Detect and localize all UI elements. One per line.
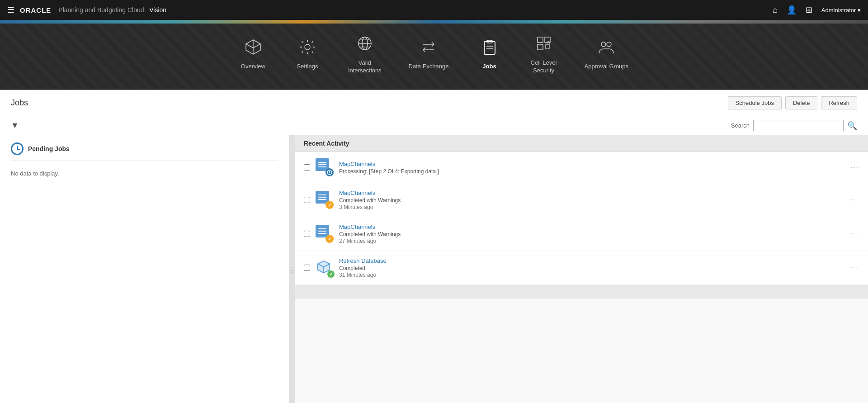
- recent-panel: Recent Activity: [295, 135, 868, 403]
- toolbar: ▼ Search 🔍: [0, 116, 868, 135]
- no-data-message: No data to display.: [11, 166, 278, 180]
- activity-time-4: 31 Minutes ago: [339, 272, 845, 278]
- search-label: Search: [731, 122, 750, 129]
- svg-rect-13: [538, 44, 543, 50]
- cube-icon: [244, 38, 262, 58]
- panel-divider[interactable]: ⋮: [289, 135, 295, 403]
- activity-info-2: MapChannels Completed with Warnings 3 Mi…: [339, 190, 845, 210]
- pending-title: Pending Jobs: [28, 145, 70, 152]
- map-channels-icon-1: [316, 158, 334, 176]
- status-badge-warning: ✓: [326, 201, 334, 209]
- exchange-icon: [420, 38, 438, 58]
- jobs-layout: Pending Jobs No data to display. ⋮ Recen…: [0, 135, 868, 403]
- nav-label-approval-groups: Approval Groups: [585, 63, 629, 71]
- activity-more-3[interactable]: ···: [850, 230, 859, 238]
- filter-icon[interactable]: ▼: [11, 121, 19, 130]
- activity-time-2: 3 Minutes ago: [339, 204, 845, 210]
- activity-name-4[interactable]: Refresh Database: [339, 257, 387, 264]
- top-bar: ☰ ORACLE Planning and Budgeting Cloud: V…: [0, 0, 868, 20]
- activity-list: MapChannels Processing: [Step 2 Of 4: Ex…: [295, 152, 868, 285]
- clipboard-icon: [481, 38, 499, 58]
- activity-more-1[interactable]: ···: [850, 163, 859, 171]
- top-bar-right: ⌂ 👤 ⊞ Administrator ▾: [773, 5, 861, 15]
- activity-info-3: MapChannels Completed with Warnings 27 M…: [339, 223, 845, 244]
- activity-checkbox-3[interactable]: [304, 231, 310, 237]
- map-channels-icon-2: ✓: [316, 191, 334, 209]
- nav-label-settings: Settings: [297, 63, 318, 71]
- clock-icon: [11, 142, 24, 155]
- refresh-database-icon: ✓: [316, 259, 334, 277]
- svg-point-16: [607, 42, 611, 47]
- svg-rect-7: [484, 42, 495, 54]
- schedule-jobs-button[interactable]: Schedule Jobs: [728, 96, 782, 109]
- svg-rect-14: [546, 44, 549, 49]
- activity-item: ✓ MapChannels Completed with Warnings 3 …: [295, 183, 868, 217]
- nav-label-overview: Overview: [241, 63, 265, 71]
- hamburger-menu[interactable]: ☰: [7, 5, 14, 15]
- activity-desc-3: Completed with Warnings: [339, 231, 845, 237]
- activity-checkbox-1[interactable]: [304, 164, 310, 171]
- status-badge-completed: ✓: [327, 270, 335, 278]
- search-area: Search 🔍: [731, 120, 857, 131]
- activity-info-1: MapChannels Processing: [Step 2 Of 4: Ex…: [339, 161, 845, 175]
- nav-label-cell-level-security: Cell-Level Security: [531, 59, 557, 75]
- gear-icon: [298, 38, 316, 58]
- nav-item-jobs[interactable]: Jobs: [462, 29, 517, 80]
- activity-name-2[interactable]: MapChannels: [339, 190, 375, 196]
- nav-strip: Overview Settings Valid Intersections: [0, 20, 868, 90]
- nav-item-cell-level-security[interactable]: Cell-Level Security: [517, 25, 571, 84]
- globe-icon: [356, 34, 374, 55]
- activity-checkbox-2[interactable]: [304, 197, 310, 203]
- search-button[interactable]: 🔍: [847, 121, 857, 131]
- svg-point-1: [305, 44, 310, 50]
- nav-item-settings[interactable]: Settings: [280, 29, 335, 80]
- nav-item-data-exchange[interactable]: Data Exchange: [395, 29, 462, 80]
- activity-checkbox-4[interactable]: [304, 265, 310, 271]
- activity-time-3: 27 Minutes ago: [339, 238, 845, 244]
- activity-info-4: Refresh Database Completed 31 Minutes ag…: [339, 257, 845, 278]
- nav-item-overview[interactable]: Overview: [226, 29, 280, 80]
- app-name: Planning and Budgeting Cloud: Vision: [58, 6, 166, 14]
- activity-more-4[interactable]: ···: [850, 264, 859, 272]
- nav-label-jobs: Jobs: [482, 63, 496, 71]
- map-channels-icon-3: ✓: [316, 225, 334, 243]
- status-badge-warning-2: ✓: [326, 235, 334, 243]
- nav-label-data-exchange: Data Exchange: [409, 63, 449, 71]
- recent-activity-header: Recent Activity: [295, 135, 868, 152]
- page-actions: Schedule Jobs Delete Refresh: [728, 96, 857, 109]
- oracle-logo: ORACLE: [20, 6, 51, 14]
- nav-item-valid-intersections[interactable]: Valid Intersections: [335, 25, 395, 84]
- svg-point-15: [601, 42, 606, 47]
- activity-desc-4: Completed: [339, 265, 845, 271]
- user-icon[interactable]: 👤: [787, 5, 797, 15]
- grid-lock-icon: [535, 34, 553, 55]
- nav-label-valid-intersections: Valid Intersections: [348, 59, 382, 75]
- activity-more-2[interactable]: ···: [850, 196, 859, 204]
- refresh-button[interactable]: Refresh: [821, 96, 857, 109]
- activity-item: ✓ Refresh Database Completed 31 Minutes …: [295, 251, 868, 285]
- pending-header: Pending Jobs: [11, 142, 278, 161]
- home-icon[interactable]: ⌂: [773, 5, 778, 15]
- status-badge-processing: [326, 168, 334, 176]
- svg-rect-11: [538, 37, 543, 43]
- user-menu[interactable]: Administrator ▾: [821, 7, 861, 14]
- search-input[interactable]: [753, 120, 844, 131]
- activity-desc-2: Completed with Warnings: [339, 197, 845, 204]
- nav-item-approval-groups[interactable]: Approval Groups: [571, 29, 642, 80]
- apps-icon[interactable]: ⊞: [806, 5, 812, 15]
- activity-desc-1: Processing: [Step 2 Of 4: Exporting data…: [339, 168, 845, 175]
- activity-item: MapChannels Processing: [Step 2 Of 4: Ex…: [295, 152, 868, 183]
- pending-panel: Pending Jobs No data to display.: [0, 135, 289, 403]
- page-title: Jobs: [11, 98, 28, 108]
- bottom-strip: [295, 285, 868, 299]
- activity-item: ✓ MapChannels Completed with Warnings 27…: [295, 217, 868, 251]
- activity-name-1[interactable]: MapChannels: [339, 161, 375, 167]
- activity-name-3[interactable]: MapChannels: [339, 223, 375, 230]
- delete-button[interactable]: Delete: [785, 96, 818, 109]
- people-icon: [597, 38, 615, 58]
- page-header: Jobs Schedule Jobs Delete Refresh: [0, 90, 868, 116]
- main-content: Jobs Schedule Jobs Delete Refresh ▼ Sear…: [0, 90, 868, 403]
